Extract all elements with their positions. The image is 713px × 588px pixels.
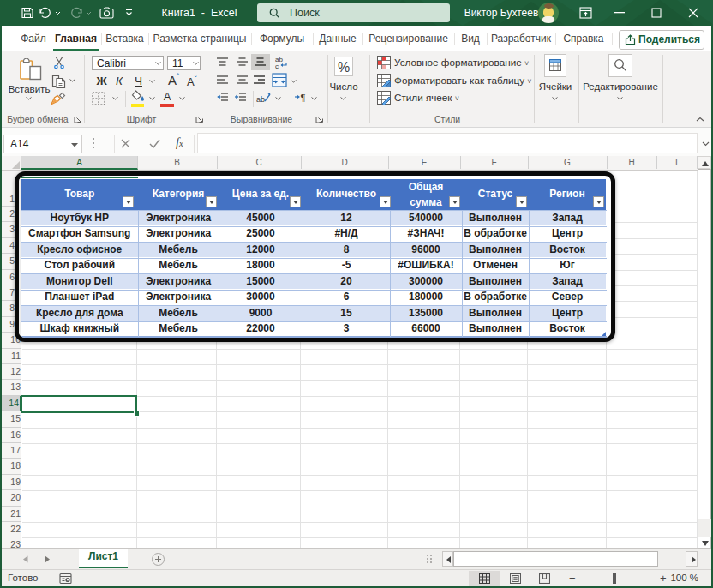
svg-text:¶: ¶ [301, 93, 306, 103]
svg-text:c: c [275, 63, 279, 69]
svg-text:ab: ab [256, 95, 265, 104]
